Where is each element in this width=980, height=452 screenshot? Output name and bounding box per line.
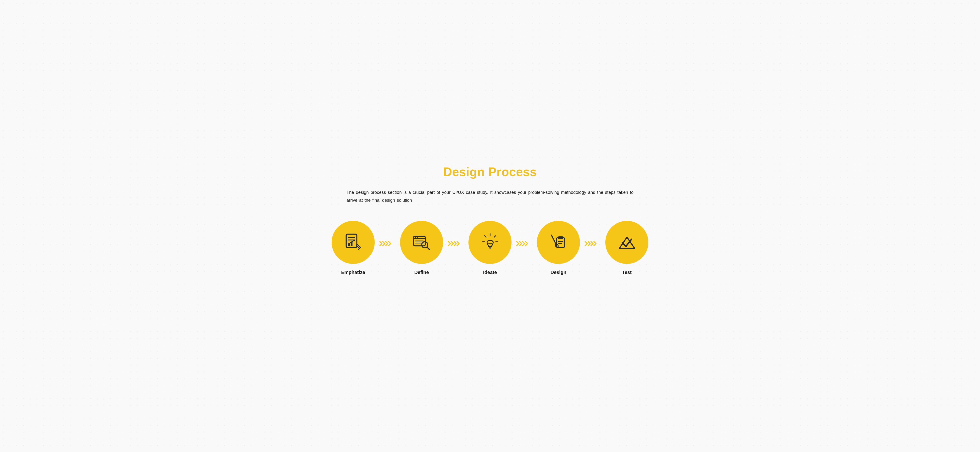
chevron-arrows-icon-2 [447, 239, 464, 248]
arrow-1 [375, 239, 400, 248]
arrow-4 [580, 239, 605, 248]
arrow-2 [443, 239, 468, 248]
process-row: Emphatize [342, 221, 638, 275]
page-description: The design process section is a crucial … [347, 189, 633, 204]
svg-line-6 [358, 248, 359, 249]
chevron-arrows-icon [379, 239, 396, 248]
chevron-arrows-icon-4 [584, 239, 601, 248]
step-label-test: Test [622, 270, 632, 275]
step-label-define: Define [414, 270, 429, 275]
svg-line-26 [551, 235, 556, 244]
svg-point-10 [417, 237, 418, 238]
chevron-arrows-icon-3 [516, 239, 533, 248]
step-label-ideate: Ideate [483, 270, 497, 275]
design-icon [548, 232, 569, 252]
circle-design [537, 221, 580, 264]
page-container: Design Process The design process sectio… [323, 151, 657, 301]
arrow-3 [512, 239, 537, 248]
step-design: Design [537, 221, 580, 275]
svg-line-14 [427, 247, 430, 250]
svg-line-18 [485, 236, 486, 237]
step-ideate: Ideate [468, 221, 512, 275]
svg-line-16 [494, 236, 495, 237]
circle-emphatize [332, 221, 375, 264]
svg-point-9 [415, 237, 415, 238]
define-icon [412, 232, 432, 252]
circle-ideate [468, 221, 512, 264]
circle-define [400, 221, 443, 264]
step-define: Define [400, 221, 443, 275]
ideate-icon [480, 232, 500, 252]
step-label-emphatize: Emphatize [341, 270, 365, 275]
emphatize-icon [343, 232, 363, 252]
page-title: Design Process [342, 165, 638, 179]
test-icon [617, 232, 637, 252]
circle-test [605, 221, 648, 264]
step-emphatize: Emphatize [332, 221, 375, 275]
step-label-design: Design [550, 270, 566, 275]
step-test: Test [605, 221, 648, 275]
